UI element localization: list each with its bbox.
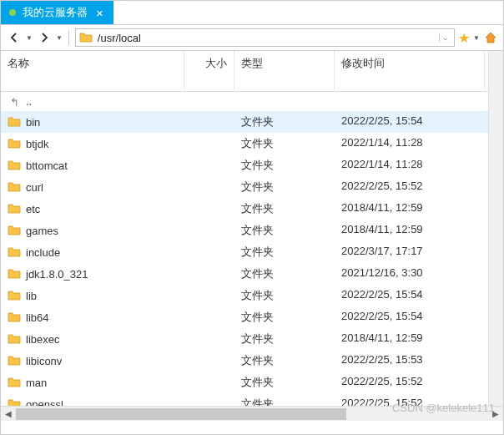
file-type: 文件夹 bbox=[234, 263, 335, 285]
forward-button[interactable] bbox=[36, 29, 53, 46]
back-button[interactable] bbox=[6, 29, 23, 46]
forward-history-dropdown[interactable]: ▼ bbox=[56, 34, 63, 42]
file-name: man bbox=[26, 377, 47, 389]
file-name: include bbox=[26, 246, 60, 259]
close-icon[interactable]: × bbox=[94, 7, 105, 19]
tab-active[interactable]: 我的云服务器 × bbox=[1, 1, 113, 24]
file-mtime: 2022/2/25, 15:54 bbox=[335, 306, 485, 328]
folder-icon bbox=[8, 377, 21, 388]
file-type: 文件夹 bbox=[234, 372, 335, 393]
file-name: games bbox=[26, 225, 58, 237]
folder-icon bbox=[8, 246, 21, 258]
file-name: btjdk bbox=[26, 138, 48, 150]
file-type: 文件夹 bbox=[234, 328, 335, 350]
file-mtime: 2022/1/14, 11:28 bbox=[335, 133, 485, 154]
file-name: curl bbox=[26, 181, 43, 194]
bookmark-dropdown[interactable]: ▼ bbox=[473, 34, 480, 42]
vertical-scrollbar[interactable] bbox=[488, 51, 503, 406]
parent-label: .. bbox=[26, 95, 32, 108]
file-name: bttomcat bbox=[26, 159, 68, 172]
status-dot-icon bbox=[9, 9, 16, 16]
file-name: jdk1.8.0_321 bbox=[26, 268, 88, 281]
folder-icon bbox=[8, 268, 21, 280]
file-name: etc bbox=[26, 203, 40, 215]
folder-icon bbox=[8, 159, 21, 171]
file-mtime: 2018/4/11, 12:59 bbox=[335, 198, 485, 220]
bookmark-button[interactable]: ★ bbox=[458, 30, 470, 46]
file-mtime: 2022/2/25, 15:52 bbox=[335, 393, 485, 406]
file-mtime: 2022/2/25, 15:54 bbox=[335, 285, 485, 306]
folder-icon bbox=[8, 290, 21, 301]
file-mtime: 2022/3/17, 17:17 bbox=[335, 241, 485, 263]
folder-icon bbox=[8, 398, 21, 406]
file-type: 文件夹 bbox=[234, 133, 335, 154]
file-mtime: 2022/2/25, 15:53 bbox=[335, 350, 485, 372]
file-type: 文件夹 bbox=[234, 198, 335, 220]
home-button[interactable] bbox=[483, 30, 498, 45]
folder-icon bbox=[79, 32, 93, 43]
path-dropdown-icon[interactable]: ⌵ bbox=[439, 33, 451, 42]
back-history-dropdown[interactable]: ▼ bbox=[26, 34, 33, 42]
col-size[interactable]: 大小 bbox=[184, 51, 234, 92]
path-input[interactable]: /usr/local bbox=[98, 32, 434, 44]
file-type: 文件夹 bbox=[234, 154, 335, 176]
up-icon: ↰ bbox=[8, 96, 21, 108]
file-name: lib bbox=[26, 290, 37, 302]
tab-bar: 我的云服务器 × bbox=[1, 1, 503, 24]
scroll-left-icon[interactable]: ◀ bbox=[1, 407, 16, 422]
file-name: libexec bbox=[26, 333, 59, 346]
file-list-panel: 名称 大小 类型 修改时间 属性 ↰ .. bin文件夹2022/2/25, 1… bbox=[1, 51, 503, 421]
scroll-thumb[interactable] bbox=[16, 408, 346, 420]
file-mtime: 2022/2/25, 15:52 bbox=[335, 372, 485, 393]
folder-icon bbox=[8, 355, 21, 367]
file-mtime: 2018/4/11, 12:59 bbox=[335, 328, 485, 350]
folder-icon bbox=[8, 311, 21, 323]
file-name: bin bbox=[26, 116, 40, 129]
folder-icon bbox=[8, 116, 21, 128]
file-type: 文件夹 bbox=[234, 220, 335, 241]
separator bbox=[68, 30, 69, 45]
scroll-right-icon[interactable]: ▶ bbox=[488, 407, 503, 422]
scroll-track[interactable] bbox=[16, 407, 488, 422]
folder-icon bbox=[8, 203, 21, 215]
file-type: 文件夹 bbox=[234, 111, 335, 133]
folder-icon bbox=[8, 181, 21, 193]
file-mtime: 2018/4/11, 12:59 bbox=[335, 220, 485, 241]
file-mtime: 2022/2/25, 15:52 bbox=[335, 176, 485, 198]
tab-title: 我的云服务器 bbox=[23, 5, 88, 20]
horizontal-scrollbar[interactable]: ◀ ▶ bbox=[1, 406, 503, 421]
file-mtime: 2022/2/25, 15:54 bbox=[335, 111, 485, 133]
folder-icon bbox=[8, 138, 21, 149]
file-mtime: 2022/1/14, 11:28 bbox=[335, 154, 485, 176]
file-name: openssl bbox=[26, 398, 63, 407]
file-mtime: 2021/12/16, 3:30 bbox=[335, 263, 485, 285]
toolbar: ▼ ▼ /usr/local ⌵ ★ ▼ bbox=[1, 24, 503, 51]
file-type: 文件夹 bbox=[234, 306, 335, 328]
file-type: 文件夹 bbox=[234, 241, 335, 263]
file-type: 文件夹 bbox=[234, 176, 335, 198]
path-bar[interactable]: /usr/local ⌵ bbox=[75, 28, 455, 47]
file-type: 文件夹 bbox=[234, 285, 335, 306]
file-name: libiconv bbox=[26, 355, 62, 367]
file-name: lib64 bbox=[26, 311, 48, 324]
col-mtime[interactable]: 修改时间 bbox=[335, 51, 485, 92]
col-type[interactable]: 类型 bbox=[234, 51, 335, 92]
file-type: 文件夹 bbox=[234, 393, 335, 406]
file-type: 文件夹 bbox=[234, 350, 335, 372]
col-name[interactable]: 名称 bbox=[1, 51, 184, 92]
folder-icon bbox=[8, 333, 21, 345]
folder-icon bbox=[8, 225, 21, 236]
